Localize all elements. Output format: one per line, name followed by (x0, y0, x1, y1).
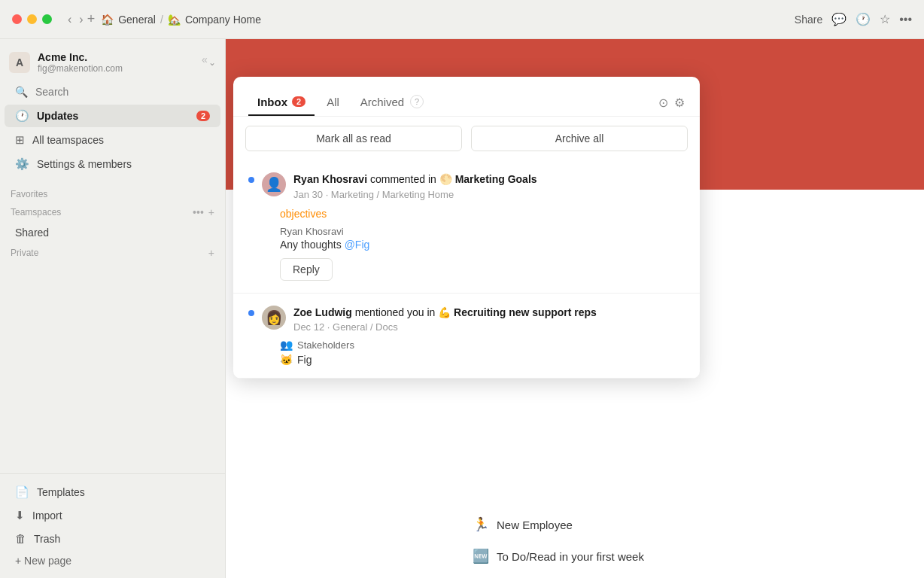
workspace-header[interactable]: A Acme Inc. fig@makenotion.com ⌄ (0, 45, 225, 80)
minimize-button[interactable] (27, 14, 37, 24)
updates-badge: 2 (196, 111, 210, 121)
templates-label: Templates (37, 486, 210, 498)
private-section-header: Private + (0, 244, 225, 262)
mark-all-read-button[interactable]: Mark all as read (245, 126, 462, 151)
comment-text: Any thoughts @Fig (280, 239, 685, 251)
close-button[interactable] (12, 14, 22, 24)
new-page-button[interactable]: + New page (5, 550, 220, 571)
notification-highlight: objectives (280, 208, 685, 220)
list-item[interactable]: 🏃 New Employee (457, 509, 924, 540)
tab-inbox-label: Inbox (257, 96, 287, 108)
inbox-popup: Inbox 2 All Archived ? ⊙ ⚙ (233, 77, 700, 379)
settings-label: Settings & members (37, 158, 210, 170)
participants-label: Stakeholders (297, 339, 354, 351)
more-icon[interactable]: ••• (899, 13, 912, 26)
app-layout: A Acme Inc. fig@makenotion.com ⌄ « 🔍 Sea… (0, 39, 924, 578)
breadcrumb: 🏠 General / 🏡 Company Home (101, 14, 795, 26)
breadcrumb-page[interactable]: Company Home (185, 14, 261, 26)
notification-item[interactable]: 👩 Zoe Ludwig mentioned you in 💪 Recruiti… (233, 294, 700, 379)
list-item[interactable]: 🆕 To Do/Read in your first week (457, 540, 924, 572)
collapse-sidebar-button[interactable]: « (202, 53, 208, 65)
favorite-icon[interactable]: ☆ (880, 12, 890, 26)
private-label: Private (11, 248, 38, 258)
tab-archived[interactable]: Archived ? (351, 89, 433, 116)
trash-label: Trash (34, 533, 210, 545)
notification-header: 👤 Ryan Khosravi commented in 🌕 Marketing… (248, 172, 685, 200)
participants-icon: 👥 (280, 339, 293, 351)
tab-all-label: All (327, 96, 339, 108)
share-button[interactable]: Share (795, 14, 822, 26)
page-list-label-1: New Employee (497, 519, 573, 531)
avatar: 👩 (262, 306, 286, 330)
page-list: 🏃 New Employee 🆕 To Do/Read in your firs… (457, 503, 924, 578)
teamspaces-label: All teamspaces (32, 134, 210, 146)
archived-help-button[interactable]: ? (410, 95, 424, 108)
sidebar-item-settings[interactable]: ⚙️ Settings & members (5, 153, 220, 175)
sidebar-item-shared[interactable]: Shared (5, 222, 220, 243)
teamspaces-actions: ••• + (193, 206, 214, 218)
teamspaces-more-button[interactable]: ••• (193, 206, 204, 218)
titlebar-actions: Share 💬 🕐 ☆ ••• (795, 12, 912, 26)
sidebar-item-teamspaces[interactable]: ⊞ All teamspaces (5, 129, 220, 151)
notification-body: objectives Ryan Khosravi Any thoughts @F… (280, 208, 685, 281)
trash-icon: 🗑 (15, 532, 26, 545)
page-list-emoji-2: 🆕 (473, 548, 489, 564)
chevron-down-icon: ⌄ (208, 57, 216, 68)
workspace-logo-text: A (16, 56, 23, 68)
fig-label: Fig (297, 354, 312, 366)
sidebar: A Acme Inc. fig@makenotion.com ⌄ « 🔍 Sea… (0, 39, 226, 578)
tab-inbox[interactable]: Inbox 2 (248, 90, 315, 116)
notification-page: Marketing Goals (455, 173, 537, 185)
workspace-info: Acme Inc. fig@makenotion.com (38, 51, 201, 74)
notification-header: 👩 Zoe Ludwig mentioned you in 💪 Recruiti… (248, 306, 685, 333)
updates-icon: 🕐 (15, 109, 29, 123)
inbox-settings-icon[interactable]: ⚙ (674, 96, 685, 110)
notification-content: Zoe Ludwig mentioned you in 💪 Recruiting… (293, 306, 685, 333)
back-button[interactable]: ‹ (64, 11, 75, 28)
page-list-label-2: To Do/Read in your first week (497, 550, 644, 563)
breadcrumb-separator: / (160, 14, 163, 26)
history-icon[interactable]: 🕐 (856, 12, 871, 26)
sidebar-item-updates[interactable]: 🕐 Updates 2 (5, 105, 220, 127)
notification-item[interactable]: 👤 Ryan Khosravi commented in 🌕 Marketing… (233, 160, 700, 294)
notification-page: Recruiting new support reps (454, 306, 597, 318)
tab-all[interactable]: All (318, 90, 348, 116)
teamspaces-section-header: Teamspaces ••• + (0, 203, 225, 221)
notification-meta: Dec 12 · General / Docs (293, 321, 685, 333)
private-add-button[interactable]: + (208, 247, 214, 259)
comment-icon[interactable]: 💬 (831, 12, 846, 26)
notification-page-emoji: 💪 (438, 306, 451, 318)
import-label: Import (32, 510, 210, 522)
notification-fig: 🐱 Fig (280, 354, 685, 366)
teamspaces-section-label: Teamspaces (11, 207, 61, 218)
unread-indicator (248, 310, 254, 316)
titlebar: ‹ › + 🏠 General / 🏡 Company Home Share 💬… (0, 0, 924, 39)
add-page-button[interactable]: + (87, 11, 96, 27)
teamspaces-add-button[interactable]: + (208, 206, 214, 218)
notification-page-emoji: 🌕 (439, 173, 452, 185)
workspace-name: Acme Inc. (38, 51, 201, 63)
avatar: 👤 (262, 172, 286, 196)
archive-all-button[interactable]: Archive all (471, 126, 688, 151)
page-list-emoji-1: 🏃 (473, 516, 489, 533)
search-button[interactable]: 🔍 Search (5, 81, 220, 102)
unread-indicator (248, 177, 254, 183)
notification-action: mentioned you in (355, 306, 439, 318)
reply-button[interactable]: Reply (280, 258, 333, 281)
notification-author: Zoe Ludwig (293, 306, 352, 318)
settings-icon: ⚙️ (15, 157, 29, 171)
comment-author: Ryan Khosravi (280, 226, 685, 237)
tab-inbox-badge: 2 (292, 96, 305, 107)
private-actions: + (208, 247, 214, 259)
sidebar-item-trash[interactable]: 🗑 Trash (5, 528, 220, 549)
search-icon: 🔍 (15, 86, 28, 98)
inbox-filter-icon[interactable]: ⊙ (658, 96, 668, 110)
inbox-tabs: Inbox 2 All Archived ? (248, 89, 433, 116)
maximize-button[interactable] (42, 14, 52, 24)
inbox-header-actions: ⊙ ⚙ (658, 96, 685, 110)
forward-button[interactable]: › (75, 11, 87, 28)
sidebar-item-import[interactable]: ⬇ Import (5, 504, 220, 527)
sidebar-item-templates[interactable]: 📄 Templates (5, 481, 220, 503)
breadcrumb-general[interactable]: General (118, 14, 156, 26)
notification-title: Zoe Ludwig mentioned you in 💪 Recruiting… (293, 306, 685, 321)
